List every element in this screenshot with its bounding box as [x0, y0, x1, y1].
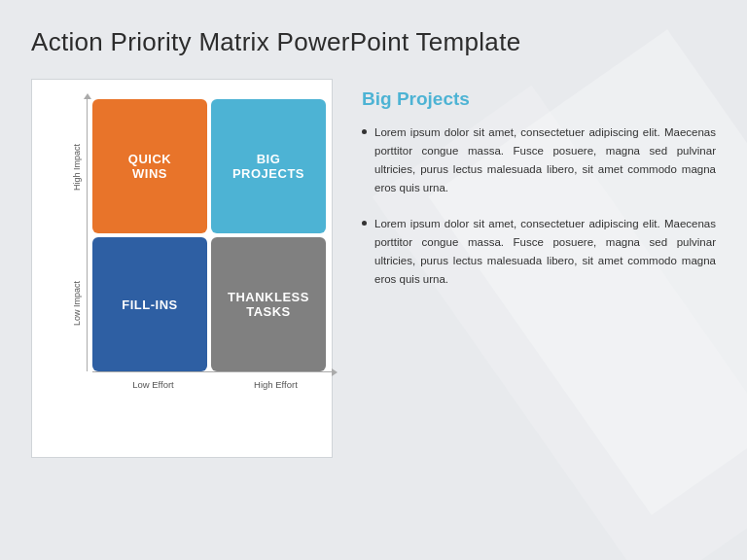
- panel-title: Big Projects: [362, 88, 716, 110]
- quadrant-fill-ins: FILL-INS: [92, 237, 207, 371]
- bullet-text-2: Lorem ipsum dolor sit amet, consectetuer…: [374, 215, 716, 289]
- matrix-container: High Impact Low Impact QUICK WINS: [31, 79, 333, 458]
- x-axis-low-label: Low Effort: [132, 379, 174, 390]
- description-panel: Big Projects Lorem ipsum dolor sit amet,…: [362, 79, 716, 306]
- y-axis-high-label: High Impact: [72, 144, 82, 191]
- bullet-dot-1: [362, 129, 367, 134]
- bullet-item-2: Lorem ipsum dolor sit amet, consectetuer…: [362, 215, 716, 289]
- page-title: Action Priority Matrix PowerPoint Templa…: [31, 27, 716, 57]
- quadrant-thankless-tasks: THANKLESS TASKS: [211, 237, 326, 371]
- x-axis-high-label: High Effort: [254, 379, 298, 390]
- quadrant-quick-wins: QUICK WINS: [92, 99, 207, 233]
- bullet-dot-2: [362, 221, 367, 226]
- y-axis-low-label: Low Impact: [72, 281, 82, 326]
- bullet-text-1: Lorem ipsum dolor sit amet, consectetuer…: [374, 123, 716, 197]
- bullet-item-1: Lorem ipsum dolor sit amet, consectetuer…: [362, 123, 716, 197]
- quadrant-big-projects: BIG PROJECTS: [211, 99, 326, 233]
